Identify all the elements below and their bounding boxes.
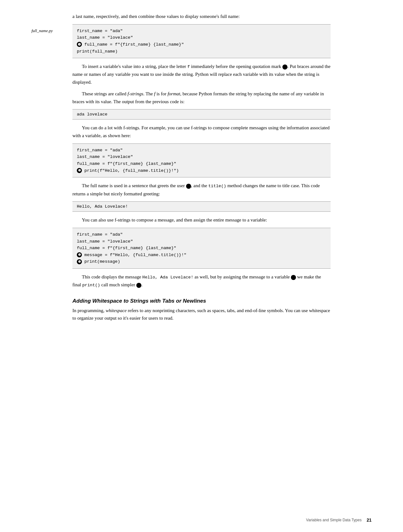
paragraph-1: To insert a variable's value into a stri… bbox=[72, 63, 331, 86]
bullet-2: ❶ bbox=[77, 168, 82, 173]
filename-label: full_name.py bbox=[31, 28, 53, 34]
paragraph-2: These strings are called f-strings. The … bbox=[72, 90, 331, 106]
code-line-2-3: full_name = f"{first_name} {last_name}" bbox=[77, 160, 326, 167]
paragraph-7: In programming, whitespace refers to any… bbox=[72, 307, 331, 322]
inline-code-f: f bbox=[187, 64, 190, 69]
code-line-2-1: first_name = "ada" bbox=[77, 147, 326, 154]
inline-hello: Hello, Ada Lovelace! bbox=[142, 275, 193, 280]
paragraph-5: You can also use f-strings to compose a … bbox=[72, 216, 331, 224]
code-line-2-4: ❶ print(f"Hello, {full_name.title()}!") bbox=[77, 167, 326, 174]
code-block-2: first_name = "ada" last_name = "lovelace… bbox=[72, 143, 331, 177]
intro-paragraph: a last name, respectively, and then comb… bbox=[72, 13, 331, 20]
bullet-1: ❶ bbox=[77, 42, 82, 47]
output-2-text: Hello, Ada Lovelace! bbox=[77, 204, 128, 209]
section-heading-whitespace: Adding Whitespace to Strings with Tabs o… bbox=[72, 298, 331, 304]
output-1-text: ada lovelace bbox=[77, 112, 107, 117]
output-block-2: Hello, Ada Lovelace! bbox=[72, 201, 331, 212]
footer-text: Variables and Simple Data Types bbox=[306, 518, 361, 522]
format-italic: format bbox=[167, 91, 180, 96]
code-block-3: first_name = "ada" last_name = "lovelace… bbox=[72, 228, 331, 269]
code-line-1-4: print(full_name) bbox=[77, 48, 326, 55]
code-line-1-1: first_name = "ada" bbox=[77, 28, 326, 35]
code-line-1-2: last_name = "lovelace" bbox=[77, 34, 326, 41]
code-line-3-5: ❷ print(message) bbox=[77, 258, 326, 265]
bullet-circle-6b: ❷ bbox=[136, 283, 141, 288]
bullet-circle-1: ❶ bbox=[282, 64, 287, 70]
code-line-3-4: ❶ message = f"Hello, {full_name.title()}… bbox=[77, 252, 326, 259]
bullet-circle-6a: ❶ bbox=[291, 275, 296, 280]
code-line-1-3: ❶ full_name = f"{first_name} {last_name}… bbox=[77, 41, 326, 48]
code-line-3-3: full_name = f"{first_name} {last_name}" bbox=[77, 245, 326, 252]
paragraph-3: You can do a lot with f-strings. For exa… bbox=[72, 124, 331, 140]
whitespace-italic: whitespace bbox=[105, 308, 127, 313]
fstring-italic: f-strings bbox=[128, 91, 143, 96]
code-line-3-2: last_name = "lovelace" bbox=[77, 238, 326, 245]
content-area: a last name, respectively, and then comb… bbox=[72, 13, 331, 322]
code-block-1: full_name.py first_name = "ada" last_nam… bbox=[72, 24, 331, 58]
paragraph-6: This code displays the message Hello, Ad… bbox=[72, 273, 331, 289]
output-block-1: ada lovelace bbox=[72, 109, 331, 120]
bullet-3a: ❶ bbox=[77, 252, 82, 257]
page: a last name, respectively, and then comb… bbox=[0, 0, 403, 532]
f-italic: f bbox=[154, 91, 155, 96]
bullet-3b: ❷ bbox=[77, 259, 82, 264]
page-number: 21 bbox=[366, 518, 372, 523]
code-line-2-2: last_name = "lovelace" bbox=[77, 154, 326, 160]
inline-title: title() bbox=[208, 184, 226, 188]
bullet-circle-4: ❶ bbox=[186, 184, 191, 189]
code-line-3-1: first_name = "ada" bbox=[77, 231, 326, 238]
inline-print: print() bbox=[82, 283, 100, 288]
footer: Variables and Simple Data Types 21 bbox=[306, 518, 372, 523]
paragraph-4: The full name is used in a sentence that… bbox=[72, 182, 331, 198]
